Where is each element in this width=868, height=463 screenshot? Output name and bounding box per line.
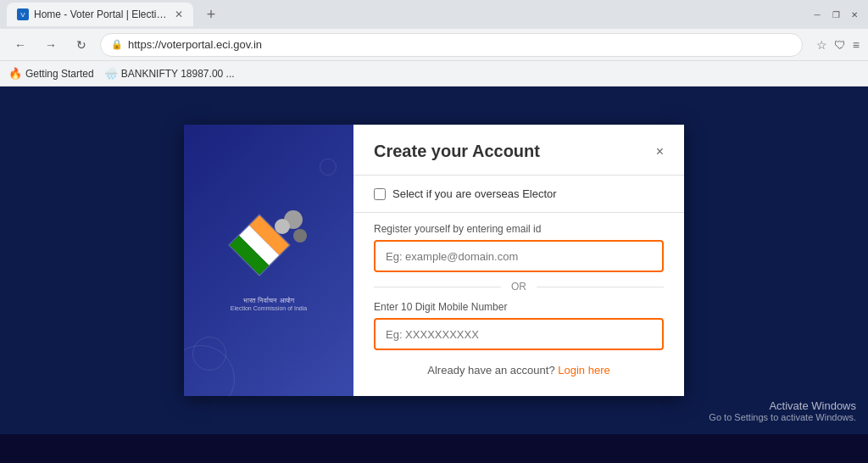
deco-circle-3 (320, 159, 337, 176)
minimize-button[interactable]: ─ (810, 8, 824, 21)
modal-container: भारत निर्वाचन आयोग Election Commission o… (184, 125, 684, 396)
nav-bar: ← → ↻ 🔒 https://voterportal.eci.gov.in ☆… (0, 29, 868, 61)
mobile-label: Enter 10 Digit Mobile Number (374, 301, 664, 313)
tab-favicon: V (17, 8, 29, 20)
deco-circle-2 (192, 337, 226, 371)
login-row: Already have an account? Login here (374, 364, 664, 377)
modal-header: Create your Account × (374, 142, 664, 161)
bookmark-banknifty[interactable]: 🌧️ BANKNIFTY 18987.00 ... (104, 67, 235, 80)
url-text: https://voterportal.eci.gov.in (128, 38, 262, 51)
email-input[interactable] (374, 240, 664, 272)
address-bar[interactable]: 🔒 https://voterportal.eci.gov.in (100, 33, 803, 57)
browser-chrome: V Home - Voter Portal | Election C ✕ + ─… (0, 0, 868, 86)
star-icon[interactable]: ☆ (816, 38, 827, 52)
browser-tab[interactable]: V Home - Voter Portal | Election C ✕ (7, 3, 193, 26)
new-tab-button[interactable]: + (200, 3, 222, 25)
or-divider: OR (374, 281, 664, 293)
eci-logo: भारत निर्वाचन आयोग Election Commission o… (231, 210, 307, 311)
windows-activate-title: Activate Windows (709, 399, 856, 412)
modal-left-panel: भारत निर्वाचन आयोग Election Commission o… (184, 125, 353, 396)
bookmarks-bar: 🔥 Getting Started 🌧️ BANKNIFTY 18987.00 … (0, 61, 868, 86)
mobile-section: Enter 10 Digit Mobile Number (374, 301, 664, 350)
forward-button[interactable]: → (39, 33, 63, 57)
header-divider (353, 175, 684, 176)
already-account-text: Already have an account? (427, 364, 554, 377)
browser-content: भारत निर्वाचन आयोग Election Commission o… (0, 86, 868, 434)
back-button[interactable]: ← (8, 33, 32, 57)
shield-icon[interactable]: 🛡 (834, 38, 846, 52)
mobile-input[interactable] (374, 318, 664, 350)
or-line-left (374, 287, 501, 287)
login-here-link[interactable]: Login here (558, 364, 609, 377)
reload-button[interactable]: ↻ (70, 33, 93, 57)
overseas-label: Select if you are overseas Elector (392, 187, 557, 200)
restore-button[interactable]: ❐ (829, 8, 843, 21)
eci-emblem (231, 210, 307, 287)
modal-close-button[interactable]: × (656, 144, 664, 159)
email-label: Register yourself by entering email id (374, 223, 664, 235)
email-section: Register yourself by entering email id (374, 223, 664, 272)
bookmark-label: Getting Started (25, 68, 94, 80)
eci-hindi-text: भारत निर्वाचन आयोग (231, 297, 307, 305)
menu-icon[interactable]: ≡ (853, 38, 860, 52)
modal-title: Create your Account (374, 142, 540, 161)
address-right-icons: ☆ 🛡 ≡ (816, 38, 860, 52)
bookmark-label: BANKNIFTY 18987.00 ... (121, 68, 235, 80)
lock-icon: 🔒 (111, 39, 123, 50)
tab-close-icon[interactable]: ✕ (175, 8, 183, 20)
close-button[interactable]: ✕ (848, 8, 861, 21)
windows-activate-subtitle: Go to Settings to activate Windows. (709, 412, 856, 422)
tab-title: Home - Voter Portal | Election C (34, 8, 170, 20)
windows-activate-notice: Activate Windows Go to Settings to activ… (709, 399, 856, 422)
bookmark-getting-started[interactable]: 🔥 Getting Started (8, 67, 94, 80)
or-line-right (537, 287, 664, 287)
window-controls: ─ ❐ ✕ (810, 8, 861, 21)
eci-english-text: Election Commission of India (231, 305, 307, 311)
title-bar: V Home - Voter Portal | Election C ✕ + ─… (0, 0, 868, 29)
overseas-row: Select if you are overseas Elector (374, 187, 664, 200)
or-text: OR (501, 281, 537, 293)
overseas-checkbox[interactable] (374, 188, 386, 200)
section-divider (353, 212, 684, 213)
modal-right-panel: Create your Account × Select if you are … (353, 125, 684, 396)
